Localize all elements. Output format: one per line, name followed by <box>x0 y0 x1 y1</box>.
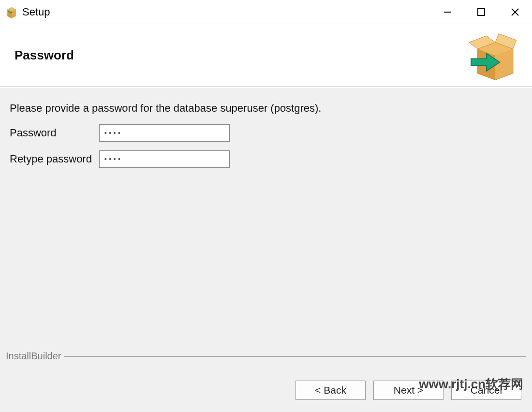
back-button[interactable]: < Back <box>296 381 366 400</box>
titlebar: Setup <box>0 0 532 24</box>
cancel-button-label: Cancel <box>471 384 502 396</box>
setup-box-icon <box>5 5 18 19</box>
close-button[interactable] <box>498 0 532 24</box>
password-label: Password <box>10 127 99 139</box>
page-title: Password <box>15 48 74 63</box>
window-controls <box>430 0 532 24</box>
minimize-icon <box>443 8 452 16</box>
retype-password-row: Retype password <box>10 150 522 168</box>
retype-password-label: Retype password <box>10 153 99 165</box>
password-input[interactable] <box>99 124 230 142</box>
installbuilder-label: InstallBuilder <box>6 351 64 362</box>
wizard-content: Please provide a password for the databa… <box>0 87 532 412</box>
next-button-label: Next > <box>394 384 423 396</box>
close-icon <box>511 8 519 16</box>
password-row: Password <box>10 124 522 142</box>
retype-password-input[interactable] <box>99 150 230 168</box>
maximize-icon <box>477 8 486 16</box>
setup-box-large-icon <box>464 31 517 80</box>
next-button[interactable]: Next > <box>373 381 443 400</box>
wizard-buttons: < Back Next > Cancel <box>296 381 521 400</box>
instruction-text: Please provide a password for the databa… <box>10 102 522 115</box>
minimize-button[interactable] <box>430 0 464 24</box>
wizard-header: Password <box>0 24 532 87</box>
window-title: Setup <box>22 6 50 18</box>
svg-rect-6 <box>478 9 485 15</box>
back-button-label: < Back <box>315 384 346 396</box>
titlebar-left: Setup <box>5 5 50 19</box>
footer-fieldset: InstallBuilder < Back Next > Cancel <box>6 356 526 400</box>
cancel-button[interactable]: Cancel <box>451 381 521 400</box>
maximize-button[interactable] <box>464 0 498 24</box>
